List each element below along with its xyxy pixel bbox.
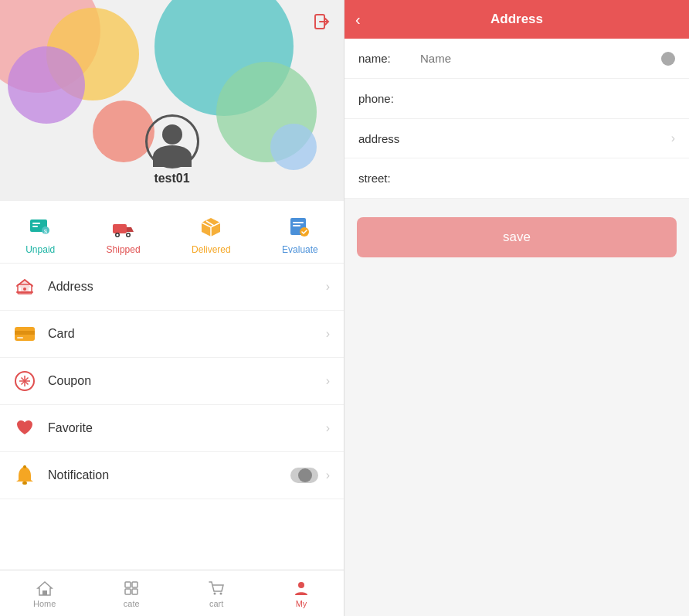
svg-rect-30 [132, 582, 137, 587]
svg-point-17 [23, 288, 26, 291]
logout-button[interactable] [311, 11, 333, 32]
avatar [145, 114, 199, 168]
card-icon [14, 323, 36, 345]
phone-input[interactable] [420, 92, 675, 105]
svg-rect-29 [125, 582, 131, 587]
home-icon [36, 579, 54, 597]
tab-evaluate-label: Evaluate [282, 244, 318, 255]
svg-rect-32 [132, 589, 137, 594]
nav-my-label: My [296, 599, 307, 608]
shipped-icon [110, 213, 137, 241]
address-icon [14, 276, 36, 298]
notification-toggle[interactable] [290, 468, 318, 483]
profile-header: test01 [0, 0, 344, 201]
svg-rect-6 [113, 224, 127, 233]
cart-icon [207, 579, 226, 597]
menu-card-label: Card [48, 327, 326, 341]
bottom-nav: Home cate cart [0, 570, 344, 616]
svg-point-27 [23, 465, 26, 468]
svg-point-33 [214, 592, 216, 594]
svg-text:$: $ [44, 228, 48, 235]
nav-cart-label: cart [209, 599, 223, 608]
svg-rect-14 [293, 225, 300, 226]
address-chevron: › [671, 131, 675, 145]
order-tabs: $ Unpaid Shipped [0, 201, 344, 264]
evaluate-icon [286, 213, 314, 241]
svg-point-35 [298, 582, 304, 588]
save-button[interactable]: save [357, 217, 677, 257]
save-btn-area: save [344, 199, 689, 276]
avatar-area: test01 [145, 114, 199, 185]
form-section: name: phone: address › street: [344, 39, 689, 199]
street-input[interactable] [420, 172, 675, 185]
address-label: address [358, 132, 420, 145]
svg-rect-13 [293, 222, 304, 223]
delivered-icon [197, 213, 225, 241]
right-panel: ‹ Address name: phone: address › street:… [344, 0, 689, 616]
my-icon [292, 579, 311, 597]
menu-item-coupon[interactable]: Coupon › [0, 358, 344, 405]
svg-rect-19 [15, 331, 35, 335]
svg-point-10 [127, 234, 129, 237]
menu-address-label: Address [48, 280, 326, 294]
username: test01 [154, 172, 189, 185]
coupon-chevron: › [326, 374, 330, 388]
favorite-chevron: › [326, 421, 330, 435]
menu-coupon-label: Coupon [48, 374, 326, 388]
address-row[interactable]: address › [344, 119, 689, 158]
name-row: name: [344, 39, 689, 79]
tab-delivered-label: Delivered [192, 244, 231, 255]
unpaid-icon: $ [26, 213, 54, 241]
svg-rect-2 [32, 223, 40, 224]
phone-row: phone: [344, 79, 689, 119]
notification-icon [14, 465, 36, 486]
nav-cate[interactable]: cate [122, 579, 141, 608]
card-chevron: › [326, 327, 330, 341]
notification-chevron: › [326, 468, 330, 482]
svg-point-9 [116, 234, 118, 237]
menu-list: Address › Card › [0, 264, 344, 570]
left-panel: test01 $ Unpaid [0, 0, 344, 616]
nav-home-label: Home [33, 599, 56, 608]
svg-point-34 [220, 592, 222, 594]
menu-favorite-label: Favorite [48, 421, 326, 435]
nav-cart[interactable]: cart [207, 579, 226, 608]
name-toggle [661, 52, 675, 66]
tab-unpaid-label: Unpaid [25, 244, 55, 255]
name-input[interactable] [420, 52, 661, 65]
menu-item-notification[interactable]: Notification › [0, 452, 344, 499]
svg-rect-26 [22, 482, 27, 485]
menu-notification-label: Notification [48, 468, 290, 482]
svg-rect-3 [32, 226, 38, 227]
right-header-title: Address [490, 12, 543, 27]
favorite-icon [14, 417, 36, 439]
tab-unpaid[interactable]: $ Unpaid [25, 213, 55, 255]
tab-shipped[interactable]: Shipped [107, 213, 141, 255]
svg-rect-20 [17, 337, 23, 339]
tab-delivered[interactable]: Delivered [192, 213, 231, 255]
svg-rect-31 [125, 589, 131, 594]
nav-home[interactable]: Home [33, 579, 56, 608]
right-header: ‹ Address [344, 0, 689, 39]
svg-rect-28 [42, 590, 47, 595]
menu-item-card[interactable]: Card › [0, 311, 344, 358]
name-label: name: [358, 52, 420, 65]
tab-shipped-label: Shipped [107, 244, 141, 255]
phone-label: phone: [358, 92, 420, 105]
street-row: street: [344, 158, 689, 199]
menu-item-favorite[interactable]: Favorite › [0, 405, 344, 452]
cate-icon [122, 579, 141, 597]
menu-item-address[interactable]: Address › [0, 264, 344, 311]
nav-my[interactable]: My [292, 579, 311, 608]
coupon-icon [14, 370, 36, 392]
nav-cate-label: cate [124, 599, 140, 608]
street-label: street: [358, 172, 420, 185]
tab-evaluate[interactable]: Evaluate [282, 213, 318, 255]
back-button[interactable]: ‹ [355, 11, 361, 29]
address-chevron: › [326, 280, 330, 294]
